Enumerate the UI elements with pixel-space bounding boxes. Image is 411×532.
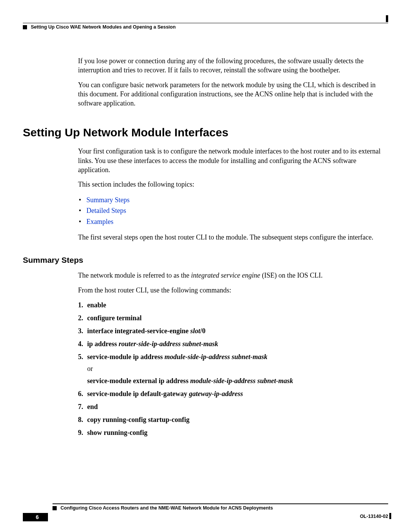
list-item: Summary Steps (86, 195, 384, 206)
list-item: Examples (86, 216, 384, 227)
command-param: slot (190, 327, 200, 335)
step-item: interface integrated-service-engine slot… (87, 326, 384, 337)
header-breadcrumb: Setting Up Cisco WAE Network Modules and… (31, 24, 176, 30)
text-emphasis: integrated service engine (191, 272, 260, 279)
section-heading: Setting Up Network Module Interfaces (23, 126, 388, 139)
step-item: copy running-config startup-config (87, 415, 384, 425)
header-top-rule (23, 15, 388, 21)
text-fragment: The network module is referred to as the (78, 272, 191, 279)
page-number: 6 (23, 513, 48, 521)
footer-rule (53, 503, 388, 504)
command-text: service-module ip default-gateway (87, 390, 189, 398)
step-item: service-module ip address module-side-ip… (87, 352, 384, 387)
step-item: end (87, 402, 384, 412)
footer-bottom-row: 6 OL-13140-02 (23, 513, 388, 521)
text-fragment: (ISE) on the IOS CLI. (260, 272, 323, 279)
intro-paragraph-1: If you lose power or connection during a… (78, 56, 384, 75)
footer-title-row: Configuring Cisco Access Routers and the… (23, 505, 388, 511)
header-bar: Setting Up Cisco WAE Network Modules and… (23, 23, 388, 30)
link-summary-steps[interactable]: Summary Steps (86, 196, 130, 204)
document-page: Setting Up Cisco WAE Network Modules and… (0, 0, 411, 532)
command-param: module-side-ip-address subnet-mask (164, 353, 268, 361)
section-paragraph-2: This section includes the following topi… (78, 180, 384, 189)
intro-paragraph-2: You can configure basic network paramete… (78, 80, 384, 108)
summary-body: The network module is referred to as the… (23, 271, 388, 438)
step-item: configure terminal (87, 313, 384, 324)
step-or-text: or (87, 364, 384, 374)
list-item: Detailed Steps (86, 205, 384, 216)
section-paragraph-3: The first several steps open the host ro… (78, 233, 384, 242)
footer-doc-title: Configuring Cisco Access Routers and the… (61, 505, 388, 511)
link-examples[interactable]: Examples (86, 218, 113, 225)
summary-paragraph-1: The network module is referred to as the… (78, 271, 384, 280)
command-text: ip address (87, 340, 119, 348)
command-steps-list: enable configure terminal interface inte… (78, 300, 384, 438)
command-param: router-side-ip-address subnet-mask (119, 340, 218, 348)
step-item: show running-config (87, 428, 384, 438)
footer-square-icon (53, 506, 57, 510)
link-detailed-steps[interactable]: Detailed Steps (86, 207, 126, 214)
section-paragraph-1: Your first configuration task is to conf… (78, 147, 384, 174)
step-item: ip address router-side-ip-address subnet… (87, 339, 384, 350)
footer-doc-id: OL-13140-02 (360, 514, 388, 519)
command-param: gateway-ip-address (189, 390, 243, 398)
page-footer: Configuring Cisco Access Routers and the… (23, 503, 388, 521)
command-text: service-module external ip address (87, 377, 190, 385)
footer-right-mark (389, 513, 391, 519)
step-item: service-module ip default-gateway gatewa… (87, 389, 384, 399)
header-square-icon (23, 25, 27, 29)
command-text: /0 (200, 327, 206, 335)
section-body: Your first configuration task is to conf… (23, 147, 388, 242)
header-right-mark (386, 15, 388, 22)
command-param: module-side-ip-address subnet-mask (190, 377, 293, 385)
command-text: interface integrated-service-engine (87, 327, 190, 335)
summary-paragraph-2: From the host router CLI, use the follow… (78, 286, 384, 295)
step-item: enable (87, 300, 384, 311)
section-link-list: Summary Steps Detailed Steps Examples (78, 195, 384, 227)
command-text: service-module ip address (87, 353, 164, 361)
intro-block: If you lose power or connection during a… (23, 56, 388, 108)
subsection-heading: Summary Steps (23, 256, 388, 265)
